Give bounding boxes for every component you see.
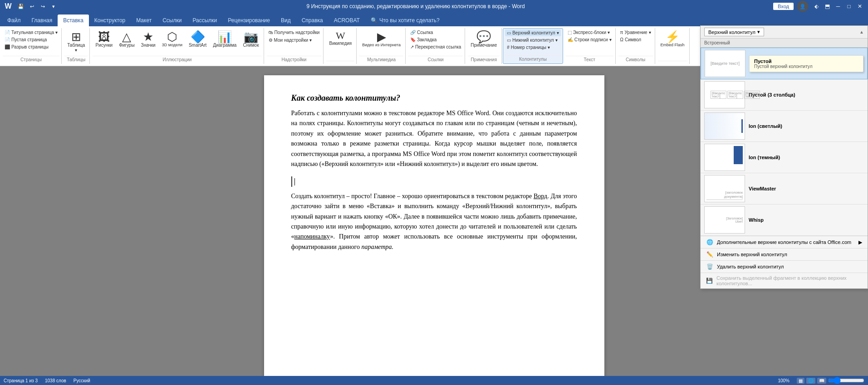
group-addins-label: Надстройки xyxy=(267,56,322,63)
gallery-menu-edit[interactable]: ✏️ Изменить верхний колонтитул xyxy=(701,248,868,260)
group-text-label: Текст xyxy=(566,56,613,63)
btn-comment[interactable]: 💬 Примечание xyxy=(468,29,500,49)
gallery-scroll-indicator: ▲ xyxy=(859,29,864,34)
share-button[interactable]: ⬖ xyxy=(812,2,821,11)
zoom-slider[interactable] xyxy=(828,377,864,384)
btn-symbol[interactable]: Ω Символ xyxy=(618,36,643,43)
equation-icon: π xyxy=(620,30,623,35)
user-avatar[interactable]: 👤 xyxy=(797,1,808,12)
search-icon: 🔍 xyxy=(371,17,378,24)
btn-online-video[interactable]: ▶ Видео из Интернета xyxy=(359,29,403,49)
btn-icons[interactable]: ★ Значки xyxy=(138,29,158,49)
group-comments: 💬 Примечание Примечания xyxy=(466,28,502,64)
btn-table[interactable]: ⊞ Таблица ▾ xyxy=(64,29,88,54)
group-tables: ⊞ Таблица ▾ Таблицы xyxy=(63,28,90,64)
gallery-item-empty[interactable]: [Введите текст] Пустой Пустой верхний ко… xyxy=(701,48,868,79)
login-button[interactable]: Вход xyxy=(773,3,794,10)
group-wikipedia: W Википедия xyxy=(324,28,357,64)
group-links-label: Ссылки xyxy=(408,56,463,63)
close-button[interactable]: ✕ xyxy=(855,2,864,11)
btn-embed-flash[interactable]: ⚡ Embed Flash xyxy=(658,29,687,49)
ribbon-toggle[interactable]: ⬒ xyxy=(823,2,832,11)
group-addins: 🛍 Получить надстройки ⚙ Мои надстройки ▾… xyxy=(265,28,324,64)
tab-review[interactable]: Рецензирование xyxy=(222,15,275,26)
document-title: Как создавать колонтитулы? xyxy=(291,93,577,103)
btn-pictures[interactable]: 🖼 Рисунки xyxy=(93,29,115,49)
tab-layout[interactable]: Макет xyxy=(131,15,157,26)
btn-equation[interactable]: π Уравнение ▾ xyxy=(618,29,653,36)
gallery-menu-more[interactable]: 🌐 Дополнительные верхние колонтитулы с с… xyxy=(701,236,868,248)
gallery-item-whisp[interactable]: [Заголовок] Uberi Whisp xyxy=(701,205,868,236)
gallery-thumb-whisp: [Заголовок] Uberi xyxy=(704,206,745,234)
gallery-item-empty3col[interactable]: [Введите текст] [Введите текст] [Введите… xyxy=(701,79,868,111)
group-addins-top: 🛍 Получить надстройки ⚙ Мои надстройки ▾ xyxy=(267,29,322,55)
gallery-menu-save: 💾 Сохранить выделенный фрагмент в коллек… xyxy=(701,273,868,288)
gallery-item-ion-dark[interactable]: Ion (темный) xyxy=(701,142,868,173)
tab-help[interactable]: Справка xyxy=(296,15,329,26)
header-type-dropdown[interactable]: Верхний колонтитул ▾ xyxy=(704,28,764,36)
btn-link[interactable]: 🔗 Ссылка xyxy=(408,29,435,36)
tab-view[interactable]: Вид xyxy=(275,15,296,26)
paragraph-2: Создать колонтитул – просто! Главное – х… xyxy=(291,191,577,252)
btn-signature-line[interactable]: ✍ Строки подписи ▾ xyxy=(566,36,613,43)
view-reading[interactable]: 📖 xyxy=(817,378,826,384)
page-break-icon: ⬛ xyxy=(5,44,10,49)
gallery-menu-delete[interactable]: 🗑️ Удалить верхний колонтитул xyxy=(701,260,868,273)
shapes-icon: △ xyxy=(122,31,131,43)
tab-mailings[interactable]: Рассылки xyxy=(187,15,222,26)
btn-my-addins[interactable]: ⚙ Мои надстройки ▾ xyxy=(267,37,322,44)
tab-references[interactable]: Ссылки xyxy=(157,15,187,26)
btn-3d-models[interactable]: ⬡ 3D модели xyxy=(159,29,185,49)
tab-insert[interactable]: Вставка xyxy=(58,15,89,26)
btn-bookmark[interactable]: 🔖 Закладка xyxy=(408,36,438,43)
gallery-section-label: Встроенный xyxy=(701,39,868,48)
btn-crossref[interactable]: ↗ Перекрестная ссылка xyxy=(408,44,463,50)
btn-page-number[interactable]: # Номер страницы ▾ xyxy=(505,44,552,51)
tab-design[interactable]: Конструктор xyxy=(89,15,131,26)
tab-file[interactable]: Файл xyxy=(2,15,26,26)
gallery-item-ion-light[interactable]: Ion (светлый) xyxy=(701,111,868,142)
document-page[interactable]: Как создавать колонтитулы? Работать с ко… xyxy=(264,75,604,379)
btn-chart[interactable]: 📊 Диаграмма xyxy=(210,29,239,49)
view-web-layout[interactable]: 🌐 xyxy=(806,378,815,384)
btn-title-page[interactable]: 📄 Титульная страница ▾ xyxy=(3,29,59,36)
btn-blank-page[interactable]: 📄 Пустая страница xyxy=(3,36,59,43)
status-bar: Страница 1 из 3 1038 слов Русский 100% ▦… xyxy=(0,376,868,385)
title-page-icon: 📄 xyxy=(5,30,10,35)
btn-wikipedia[interactable]: W Википедия xyxy=(326,29,354,48)
gallery-thumb-empty: [Введите текст] xyxy=(705,50,745,77)
wikipedia-icon: W xyxy=(336,31,345,41)
tab-home[interactable]: Главная xyxy=(26,15,58,26)
group-header-footer-label: Колонтитулы xyxy=(505,55,561,63)
btn-screenshot[interactable]: 📷 Снимок xyxy=(240,29,261,49)
btn-page-break[interactable]: ⬛ Разрыв страницы xyxy=(3,44,59,50)
status-page-info: Страница 1 из 3 xyxy=(4,378,38,383)
view-print-layout[interactable]: ▦ xyxy=(797,378,804,384)
group-tables-top: ⊞ Таблица ▾ xyxy=(64,29,88,55)
btn-header[interactable]: ▭ Верхний колонтитул ▾ xyxy=(505,29,561,36)
maximize-button[interactable]: □ xyxy=(844,2,853,11)
tab-search[interactable]: 🔍 Что вы хотите сделать? xyxy=(365,15,445,26)
redo-qat[interactable]: ↪ xyxy=(38,2,47,11)
btn-footer[interactable]: ▭ Нижний колонтитул ▾ xyxy=(505,37,559,44)
group-text: ⬚ Экспресс-блоки ▾ ✍ Строки подписи ▾ Те… xyxy=(564,28,616,64)
save-qat[interactable]: 💾 xyxy=(16,2,25,11)
btn-quick-parts[interactable]: ⬚ Экспресс-блоки ▾ xyxy=(566,29,612,36)
btn-smartart[interactable]: 🔷 SmartArt xyxy=(186,29,209,49)
btn-shapes[interactable]: △ Фигуры xyxy=(116,29,137,49)
gallery-scroll[interactable]: Встроенный [Введите текст] Пустой Пустой… xyxy=(701,39,868,236)
btn-get-addins[interactable]: 🛍 Получить надстройки xyxy=(267,29,322,36)
embed-flash-icon: ⚡ xyxy=(665,31,680,43)
customize-qat[interactable]: ▾ xyxy=(49,2,58,11)
gallery-header: Верхний колонтитул ▾ ▲ xyxy=(701,26,868,39)
minimize-button[interactable]: ─ xyxy=(834,2,843,11)
tab-acrobat[interactable]: ACROBAT xyxy=(329,15,365,26)
status-word-count: 1038 слов xyxy=(45,378,66,383)
document-body[interactable]: Работать с колонтитулами можно в текстов… xyxy=(291,108,577,252)
delete-icon: 🗑️ xyxy=(706,263,713,270)
more-icon: 🌐 xyxy=(706,239,713,246)
undo-qat[interactable]: ↩ xyxy=(27,2,36,11)
gallery-item-viewmaster[interactable]: [заголовок документа] ViewMaster xyxy=(701,173,868,205)
status-zoom: 100% xyxy=(778,378,790,383)
group-links: 🔗 Ссылка 🔖 Закладка ↗ Перекрестная ссылк… xyxy=(407,28,465,64)
